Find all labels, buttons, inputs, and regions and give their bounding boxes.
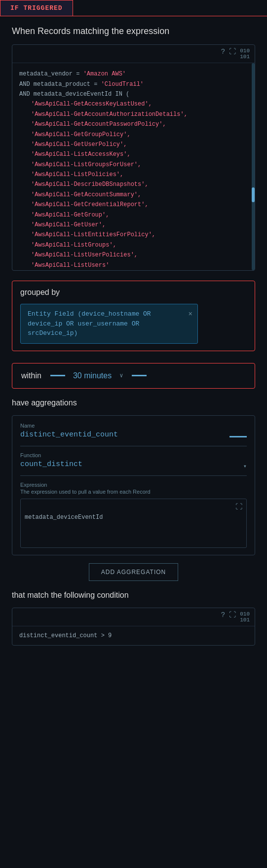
code-line-1: metadata_vendor = 'Amazon AWS': [19, 69, 248, 79]
help-icon[interactable]: ?: [221, 48, 225, 60]
aggregation-card: Name distinct_eventid_count Function cou…: [12, 415, 255, 555]
function-field-value[interactable]: count_distinct: [20, 460, 82, 472]
entity-tag: Entity Field (device_hostname OR device_…: [20, 304, 198, 344]
code-line-19: 'AwsApiCall-ListUserPolicies',: [19, 250, 248, 260]
code-line-4: 'AwsApiCall-GetAccessKeyLastUsed',: [19, 99, 248, 109]
code-line-9: 'AwsApiCall-ListAccessKeys',: [19, 149, 248, 159]
expression-hint: The expression used to pull a value from…: [20, 489, 247, 495]
expression-code[interactable]: metadata_deviceEventId: [25, 514, 242, 521]
tab-bar: IF TRIGGERED: [0, 0, 267, 16]
condition-panel: ? ⛶ 010101 distinct_eventid_count > 9: [12, 608, 255, 646]
code-line-17: 'AwsApiCall-ListEntitiesForPolicy',: [19, 230, 248, 240]
condition-binary-icon[interactable]: 010101: [240, 611, 250, 623]
have-aggregations-title: have aggregations: [12, 398, 255, 407]
expression-expand-icon[interactable]: ⛶: [235, 503, 242, 511]
expand-icon[interactable]: ⛶: [229, 48, 236, 60]
tab-label: IF TRIGGERED: [10, 4, 63, 12]
code-line-8: 'AwsApiCall-GetUserPolicy',: [19, 140, 248, 149]
entity-tag-text: Entity Field (device_hostname OR device_…: [28, 309, 183, 338]
add-aggregation-container: ADD AGGREGATION: [12, 563, 255, 581]
code-line-10: 'AwsApiCall-ListGroupsForUser',: [19, 160, 248, 170]
code-line-20: 'AwsApiCall-ListUsers': [19, 260, 248, 270]
code-line-11: 'AwsApiCall-ListPolicies',: [19, 170, 248, 180]
scrollbar-thumb[interactable]: [252, 187, 255, 202]
add-aggregation-button[interactable]: ADD AGGREGATION: [89, 563, 178, 581]
code-panel-toolbar: ? ⛶ 010101: [12, 45, 255, 63]
code-scroll-container: metadata_vendor = 'Amazon AWS' AND metad…: [12, 63, 255, 270]
expression-editor[interactable]: ⛶ metadata_deviceEventId: [20, 499, 247, 548]
name-field-value: distinct_eventid_count: [20, 431, 118, 443]
within-chevron-icon[interactable]: ∨: [119, 372, 123, 379]
binary-icon[interactable]: 010101: [240, 48, 250, 60]
expression-section: Expression The expression used to pull a…: [20, 482, 247, 548]
within-section[interactable]: within 30 minutes ∨: [12, 363, 255, 389]
code-line-18: 'AwsApiCall-ListGroups',: [19, 240, 248, 250]
within-bar-2: [132, 375, 147, 376]
code-line-16: 'AwsApiCall-GetUser',: [19, 220, 248, 230]
code-line-2: AND metadata_product = 'CloudTrail': [19, 79, 248, 89]
within-bar: [50, 375, 65, 376]
code-line-14: 'AwsApiCall-GetCredentialReport',: [19, 200, 248, 210]
tab-if-triggered[interactable]: IF TRIGGERED: [0, 0, 73, 16]
grouped-by-label: grouped by: [20, 288, 247, 297]
name-field-row: distinct_eventid_count: [20, 431, 247, 443]
within-label: within: [21, 371, 41, 380]
condition-help-icon[interactable]: ?: [221, 611, 225, 623]
code-content: metadata_vendor = 'Amazon AWS' AND metad…: [12, 63, 255, 270]
condition-expand-icon[interactable]: ⛶: [229, 611, 236, 623]
entity-tag-close-icon[interactable]: ×: [189, 309, 192, 320]
code-panel: ? ⛶ 010101 metadata_vendor = 'Amazon AWS…: [12, 44, 255, 271]
section-title: When Records matching the expression: [12, 26, 255, 36]
expression-editor-toolbar: ⛶: [25, 503, 242, 511]
name-blue-bar: [229, 436, 247, 437]
code-line-12: 'AwsApiCall-DescribeDBSnapshots',: [19, 180, 248, 189]
code-line-6: 'AwsApiCall-GetAccountPasswordPolicy',: [19, 119, 248, 129]
grouped-by-section: grouped by Entity Field (device_hostname…: [12, 281, 255, 351]
main-content: When Records matching the expression ? ⛶…: [0, 16, 267, 665]
code-line-3: AND metadata_deviceEventId IN (: [19, 89, 248, 99]
function-field-row: count_distinct ▾: [20, 460, 247, 472]
function-field-label: Function: [20, 452, 247, 458]
expression-label: Expression: [20, 482, 247, 488]
code-line-7: 'AwsApiCall-GetGroupPolicy',: [19, 130, 248, 140]
function-dropdown-icon[interactable]: ▾: [243, 463, 247, 470]
that-match-title: that match the following condition: [12, 591, 255, 600]
within-value[interactable]: 30 minutes: [73, 371, 112, 380]
code-line-5: 'AwsApiCall-GetAccountAuthorizationDetai…: [19, 109, 248, 119]
code-line-13: 'AwsApiCall-GetAccountSummary',: [19, 190, 248, 200]
code-line-15: 'AwsApiCall-GetGroup',: [19, 210, 248, 220]
name-field-label: Name: [20, 423, 247, 429]
scrollbar-track[interactable]: [252, 63, 255, 270]
condition-code: distinct_eventid_count > 9: [12, 626, 255, 645]
condition-panel-toolbar: ? ⛶ 010101: [12, 608, 255, 626]
